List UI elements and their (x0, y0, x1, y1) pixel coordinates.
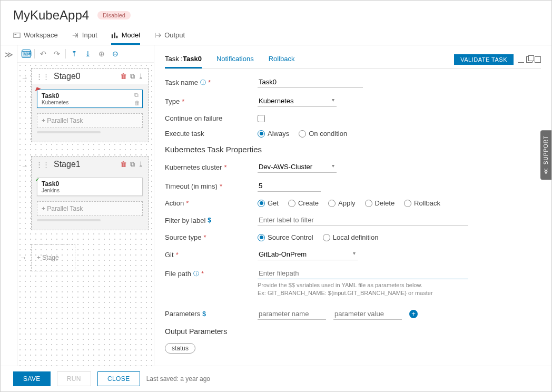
source-local-radio[interactable]: Local definition (323, 233, 379, 241)
cluster-select[interactable]: Dev-AWS-Cluster (258, 161, 337, 173)
continue-label: Continue on failure (165, 114, 258, 122)
action-rollback-radio[interactable]: Rollback (404, 199, 440, 207)
add-parallel-task[interactable]: + Parallel Task (37, 201, 143, 216)
zoom-in-icon[interactable]: ⊕ (96, 48, 107, 59)
duplicate-stage-icon[interactable]: ⧉ (130, 72, 135, 81)
stage-chain-arrow-icon: → (19, 253, 27, 262)
stage-body: Task0 Kubernetes ⧉ 🗑 + Parallel Task (32, 84, 148, 142)
action-get-radio[interactable]: Get (258, 199, 279, 207)
file-path-input[interactable] (258, 268, 468, 279)
save-button[interactable]: SAVE (13, 371, 51, 386)
task-name-input[interactable] (258, 76, 363, 88)
upload-icon[interactable]: ⤒ (69, 48, 80, 59)
task-card[interactable]: Task0 Kubernetes ⧉ 🗑 (37, 90, 143, 108)
stage-scrollbar[interactable] (37, 219, 101, 221)
keyboard-icon[interactable]: ⌨ (22, 50, 31, 58)
drag-handle-icon[interactable]: ⋮⋮ (36, 73, 50, 81)
run-button[interactable]: RUN (57, 371, 91, 386)
task-form: Task name ⓘ * Type * Kubernetes Continue… (165, 69, 541, 361)
action-create-radio[interactable]: Create (288, 199, 319, 207)
timeout-input[interactable] (258, 180, 321, 192)
svg-rect-3 (114, 32, 115, 38)
continue-checkbox[interactable] (258, 115, 265, 122)
radio-off-icon (328, 200, 336, 207)
zoom-out-icon[interactable]: ⊖ (110, 48, 121, 59)
delete-stage-icon[interactable]: 🗑 (120, 72, 127, 81)
restore-panel-icon[interactable] (526, 56, 533, 63)
execute-always-radio[interactable]: Always (258, 130, 289, 138)
download-stage-icon[interactable]: ⤓ (138, 160, 144, 169)
add-parallel-task[interactable]: + Parallel Task (37, 113, 143, 128)
param-value-input[interactable] (333, 308, 402, 320)
stage-card[interactable]: → ⋮⋮ Stage0 🗑 ⧉ ⤓ Task0 Kubernetes (31, 68, 149, 142)
stage-header[interactable]: ⋮⋮ Stage0 🗑 ⧉ ⤓ (32, 68, 148, 84)
source-scm-radio[interactable]: Source Control (258, 233, 313, 241)
expand-sidebar-icon[interactable]: ≫ (1, 45, 17, 369)
svg-rect-0 (14, 33, 20, 37)
file-path-label: File pathⓘ * (165, 270, 258, 278)
tab-input-label: Input (82, 31, 97, 39)
filter-input[interactable] (258, 214, 468, 226)
minimize-panel-icon[interactable] (518, 56, 524, 63)
variable-icon[interactable]: $ (208, 217, 211, 224)
maximize-panel-icon[interactable] (535, 56, 541, 63)
detail-tab-task-prefix: Task : (165, 55, 183, 63)
canvas-toolbar: ⌨ ↶ ↷ ⤒ ⤓ ⊕ ⊖ (17, 45, 154, 63)
params-label: Parameters $ (165, 310, 258, 318)
tab-input[interactable]: Input (72, 27, 97, 45)
param-name-input[interactable] (258, 308, 326, 320)
copy-task-icon[interactable]: ⧉ (134, 92, 140, 99)
undo-icon[interactable]: ↶ (38, 48, 48, 59)
execute-condition-radio[interactable]: On condition (299, 130, 347, 138)
delete-stage-icon[interactable]: 🗑 (120, 160, 127, 169)
action-delete-radio[interactable]: Delete (365, 199, 395, 207)
detail-tab-task-name: Task0 (183, 55, 202, 63)
file-path-hint2: Ex: GIT_BRANCH_NAME: ${input.GIT_BRANCH_… (258, 289, 541, 297)
stage-name: Stage1 (54, 160, 116, 169)
close-button[interactable]: CLOSE (97, 371, 140, 386)
add-stage-placeholder[interactable]: + Stage (31, 244, 75, 271)
task-card[interactable]: ✔ Task0 Jenkins (37, 178, 143, 196)
action-label: Action * (165, 199, 258, 207)
info-icon[interactable]: ⓘ (200, 79, 206, 86)
detail-tab-notifications[interactable]: Notifications (216, 51, 254, 68)
duplicate-stage-icon[interactable]: ⧉ (130, 160, 135, 169)
tab-workspace-label: Workspace (24, 31, 58, 39)
drag-handle-icon[interactable]: ⋮⋮ (36, 161, 50, 169)
action-apply-radio[interactable]: Apply (328, 199, 356, 207)
filter-label: Filter by label $ (165, 217, 258, 224)
radio-on-icon (258, 234, 265, 241)
output-param-chip[interactable]: status (165, 343, 195, 354)
stage-scrollbar[interactable] (37, 131, 101, 133)
ok-marker-icon: ✔ (35, 177, 40, 182)
main-area: ≫ ⌨ ↶ ↷ ⤒ ⤓ ⊕ ⊖ → ⋮⋮ Stage0 🗑 ⧉ (1, 45, 551, 369)
stage-header[interactable]: ⋮⋮ Stage1 🗑 ⧉ ⤓ (32, 156, 148, 172)
git-select[interactable]: GitLab-OnPrem (258, 249, 358, 260)
tab-output[interactable]: Output (154, 27, 185, 45)
cluster-label: Kubernetes cluster * (165, 163, 258, 171)
pipeline-canvas[interactable]: → ⋮⋮ Stage0 🗑 ⧉ ⤓ Task0 Kubernetes (17, 63, 154, 369)
detail-tab-rollback[interactable]: Rollback (269, 51, 295, 68)
radio-off-icon (404, 200, 411, 207)
tab-workspace[interactable]: Workspace (13, 27, 58, 45)
download-icon[interactable]: ⤓ (83, 48, 93, 59)
model-icon (111, 32, 119, 39)
svg-rect-2 (112, 34, 113, 38)
validate-task-button[interactable]: VALIDATE TASK (454, 54, 514, 65)
support-tab[interactable]: SUPPORT (540, 130, 551, 180)
file-path-hint1: Provide the $$ variables used in YAML fi… (258, 281, 541, 289)
radio-off-icon (365, 200, 372, 207)
delete-task-icon[interactable]: 🗑 (134, 100, 140, 106)
variable-icon[interactable]: $ (202, 310, 206, 318)
redo-icon[interactable]: ↷ (52, 48, 62, 59)
type-select[interactable]: Kubernetes (258, 95, 337, 107)
svg-rect-4 (116, 35, 117, 37)
detail-tab-task[interactable]: Task :Task0 (165, 51, 202, 68)
radio-off-icon (323, 234, 330, 241)
git-label: Git * (165, 251, 258, 259)
tab-model[interactable]: Model (111, 27, 140, 45)
stage-card[interactable]: → ⋮⋮ Stage1 🗑 ⧉ ⤓ ✔ Task0 Jenkins (31, 156, 149, 230)
download-stage-icon[interactable]: ⤓ (138, 72, 144, 81)
info-icon[interactable]: ⓘ (193, 270, 199, 278)
add-param-icon[interactable]: + (409, 310, 418, 318)
